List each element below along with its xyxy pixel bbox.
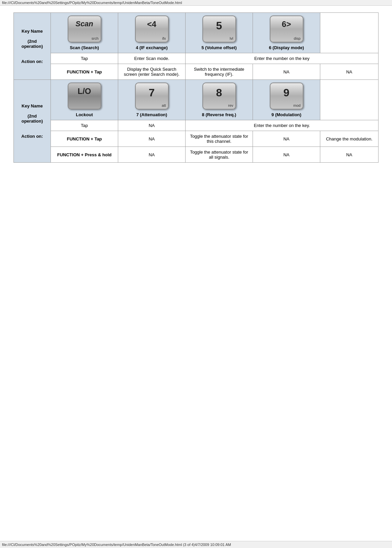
section2-functap-8: NA (253, 131, 320, 147)
6disp-key-button: 6> disp (270, 15, 303, 42)
4ifx-key-cell: <4 ifx 4 (IF exchange) (118, 13, 186, 53)
scan-key-button: Scan srch (68, 15, 101, 42)
7att-key-sub: att (162, 103, 166, 107)
section1-keyname-cell: Key Name (2nd operation) Action on: (14, 13, 51, 80)
section2-functap-lockout: NA (118, 131, 186, 147)
section2-functap-9: Change the modulation. (320, 131, 379, 147)
section2-funchold-row: FUNCTION + Press & hold NA Toggle the at… (14, 147, 379, 163)
6disp-key-main: 6> (270, 20, 303, 29)
lockout-key-action: Lockout (76, 112, 93, 117)
6disp-key-cell: 6> disp 6 (Display mode) (253, 13, 320, 53)
scan-key-main: Scan (68, 20, 101, 28)
section2-tap-label: Tap (51, 120, 118, 131)
8rev-key-main: 8 (203, 87, 235, 99)
section2-functap-label: FUNCTION + Tap (51, 131, 118, 147)
section1-ndop-label: (2nd operation) (17, 39, 47, 49)
main-table: Key Name (2nd operation) Action on: Scan… (13, 12, 379, 163)
section2-funchold-lockout: NA (118, 147, 186, 163)
page-wrapper: Key Name (2nd operation) Action on: Scan… (0, 6, 392, 183)
6disp-key-sub: disp (294, 36, 300, 40)
section2-funchold-8: NA (253, 147, 320, 163)
section2-actionon-label: Action on: (17, 134, 47, 139)
section2-funchold-9: NA (320, 147, 379, 163)
8rev-key-sub: rev (228, 103, 233, 107)
section1-functap-scan: Display the Quick Search screen (enter S… (118, 64, 186, 80)
top-url-bar: file:///Cl/Documents%20and%20Settings/PO… (0, 0, 392, 6)
4ifx-key-wrap: <4 ifx 4 (IF exchange) (122, 15, 182, 50)
9mod-key-button: 9 mod (270, 83, 303, 109)
5lvl-key-sub: lvl (230, 36, 233, 40)
scan-key-wrap: Scan srch Scan (Search) (54, 15, 115, 50)
7att-key-action: 7 (Attenuation) (136, 112, 167, 117)
section1-functap-row: FUNCTION + Tap Display the Quick Search … (14, 64, 379, 80)
section1-tap-label: Tap (51, 53, 118, 64)
section1-functap-6: NA (320, 64, 379, 80)
scan-key-action: Scan (Search) (70, 45, 99, 50)
section2-functap-row: FUNCTION + Tap NA Toggle the attenuator … (14, 131, 379, 147)
section2-funchold-label: FUNCTION + Press & hold (51, 147, 118, 163)
8rev-key-cell: 8 rev 8 (Reverse freq.) (186, 80, 253, 120)
section1-tap-scan: Enter Scan mode. (118, 53, 186, 64)
section2-keyname-label: Key Name (17, 103, 47, 108)
section2-funchold-7: Toggle the attenuator state for all sign… (186, 147, 253, 163)
section2-ndop-label: (2nd operation) (17, 114, 47, 124)
4ifx-key-main: <4 (136, 20, 168, 29)
section2-tap-rest: Enter the number on the key. (186, 120, 379, 131)
9mod-key-main: 9 (270, 87, 303, 99)
5lvl-key-cell: 5 lvl 5 (Volume offset) (186, 13, 253, 53)
7att-key-cell: 7 att 7 (Attenuation) (118, 80, 186, 120)
section1-functap-4: Switch to the intermediate frequency (IF… (186, 64, 253, 80)
6disp-key-action: 6 (Display mode) (269, 45, 304, 50)
scan-key-sub: srch (92, 36, 99, 40)
lockout-key-cell: L/O Lockout (51, 80, 118, 120)
section2-tap-row: Tap NA Enter the number on the key. (14, 120, 379, 131)
5lvl-key-button: 5 lvl (202, 15, 236, 42)
7att-key-wrap: 7 att 7 (Attenuation) (122, 83, 182, 117)
5lvl-key-action: 5 (Volume offset) (201, 45, 237, 50)
section1-actionon-label: Action on: (17, 59, 47, 64)
9mod-key-cell: 9 mod 9 (Modulation) (253, 80, 320, 120)
section1-header-row: Key Name (2nd operation) Action on: Scan… (14, 13, 379, 53)
lockout-key-wrap: L/O Lockout (54, 83, 115, 117)
4ifx-key-sub: ifx (162, 36, 166, 40)
section1-tap-rest: Enter the number on the key (186, 53, 379, 64)
section1-functap-label: FUNCTION + Tap (51, 64, 118, 80)
9mod-key-sub: mod (293, 103, 300, 107)
8rev-key-action: 8 (Reverse freq.) (202, 112, 236, 117)
section2-tap-lockout: NA (118, 120, 186, 131)
9mod-key-action: 9 (Modulation) (271, 112, 301, 117)
section2-keyname-cell: Key Name (2nd operation) Action on: (14, 80, 51, 163)
4ifx-key-action: 4 (IF exchange) (136, 45, 168, 50)
6disp-key-wrap: 6> disp 6 (Display mode) (256, 15, 317, 50)
5lvl-key-wrap: 5 lvl 5 (Volume offset) (189, 15, 249, 50)
5lvl-key-main: 5 (203, 20, 235, 32)
scan-key-cell: Scan srch Scan (Search) (51, 13, 118, 53)
8rev-key-button: 8 rev (202, 83, 236, 109)
8rev-key-wrap: 8 rev 8 (Reverse freq.) (189, 83, 249, 117)
section1-tap-row: Tap Enter Scan mode. Enter the number on… (14, 53, 379, 64)
section1-functap-5: NA (253, 64, 320, 80)
section2-header-row: Key Name (2nd operation) Action on: L/O … (14, 80, 379, 120)
7att-key-main: 7 (136, 87, 168, 99)
7att-key-button: 7 att (135, 83, 169, 109)
4ifx-key-button: <4 ifx (135, 15, 169, 42)
top-url-text: file:///Cl/Documents%20and%20Settings/PO… (2, 1, 182, 5)
9mod-key-wrap: 9 mod 9 (Modulation) (256, 83, 317, 117)
lockout-key-main: L/O (68, 87, 101, 96)
section2-functap-7: Toggle the attenuator state for this cha… (186, 131, 253, 147)
section1-keyname-label: Key Name (17, 29, 47, 34)
lockout-key-button: L/O (68, 83, 101, 109)
